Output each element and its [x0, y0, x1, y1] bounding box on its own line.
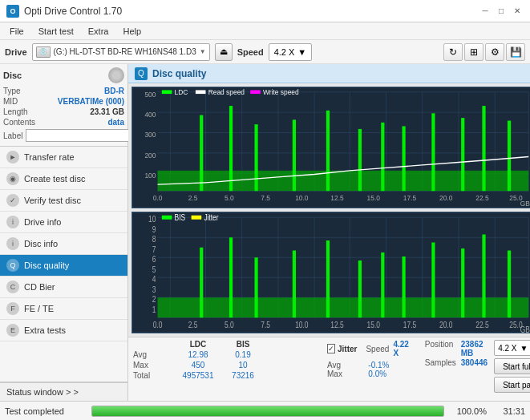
app-icon: O — [6, 5, 19, 18]
menu-start-test[interactable]: Start test — [32, 25, 80, 38]
extra-tests-label: Extra tests — [24, 325, 66, 335]
sidebar-item-disc-quality[interactable]: Q Disc quality — [0, 255, 127, 277]
minimize-button[interactable]: ─ — [479, 5, 492, 18]
svg-rect-20 — [229, 106, 233, 191]
ldc-chart: 500 400 300 200 100 18X 16X 14X 12X 10X … — [131, 87, 530, 208]
time-text: 31:31 — [493, 406, 525, 416]
jitter-avg-value: -0.1% — [368, 361, 411, 370]
bis-max: 10 — [223, 361, 263, 370]
menu-file[interactable]: File — [3, 25, 30, 38]
transfer-rate-icon: ► — [6, 151, 19, 164]
svg-text:12.5: 12.5 — [330, 193, 343, 201]
sidebar-item-extra-tests[interactable]: E Extra tests — [0, 320, 127, 341]
drive-dropdown-arrow: ▼ — [200, 48, 206, 55]
drive-select-text: (G:) HL-DT-ST BD-RE WH16NS48 1.D3 — [54, 47, 196, 56]
bis-chart: 10 9 8 7 6 5 4 3 2 1 10% 8% 6% 4% 2% — [131, 212, 530, 333]
close-button[interactable]: ✕ — [511, 5, 524, 18]
svg-text:12.5: 12.5 — [330, 321, 343, 329]
save-button[interactable]: 💾 — [506, 43, 525, 61]
stats-headers: LDC BIS — [133, 340, 316, 349]
svg-text:15.0: 15.0 — [367, 321, 380, 329]
drive-icon: 💿 — [36, 46, 51, 58]
verify-test-disc-label: Verify test disc — [24, 196, 81, 205]
maximize-button[interactable]: □ — [495, 5, 508, 18]
jitter-avg-label: Avg — [327, 361, 363, 370]
stats-bar: LDC BIS Avg 12.98 0.19 Max 450 10 Total — [128, 337, 530, 401]
sidebar-item-verify-test-disc[interactable]: ✓ Verify test disc — [0, 190, 127, 212]
disc-label-input[interactable] — [26, 129, 129, 142]
menu-help[interactable]: Help — [116, 25, 148, 38]
disc-type-value: BD-R — [104, 87, 124, 95]
empty-col — [133, 340, 173, 349]
progress-text: 100.0% — [451, 406, 487, 416]
transfer-rate-label: Transfer rate — [24, 152, 75, 162]
status-text: Test completed — [5, 406, 85, 416]
refresh-button[interactable]: ↻ — [443, 43, 463, 61]
svg-rect-29 — [482, 106, 485, 191]
speed-dropdown[interactable]: 4.2 X ▼ — [494, 340, 530, 356]
start-part-button[interactable]: Start part — [494, 377, 530, 393]
bis-chart-svg: 10 9 8 7 6 5 4 3 2 1 10% 8% 6% 4% 2% — [132, 212, 530, 333]
disc-contents-value: data — [107, 118, 124, 127]
fe-te-label: FE / TE — [24, 304, 54, 313]
action-buttons: 4.2 X ▼ Start full Start part — [494, 340, 530, 393]
status-window-btn[interactable]: Status window > > — [0, 382, 127, 401]
jitter-checkbox[interactable]: ✓ — [327, 344, 335, 353]
disc-type-row: Type BD-R — [3, 87, 124, 95]
drive-info-label: Drive info — [24, 217, 61, 227]
svg-text:1: 1 — [152, 305, 156, 314]
svg-rect-18 — [158, 171, 529, 191]
sidebar-item-fe-te[interactable]: F FE / TE — [0, 298, 127, 320]
svg-text:22.5: 22.5 — [475, 321, 488, 329]
sidebar-item-drive-info[interactable]: i Drive info — [0, 212, 127, 233]
svg-rect-25 — [381, 123, 384, 191]
disc-label-label: Label — [3, 131, 22, 140]
svg-rect-86 — [326, 240, 330, 317]
settings-button[interactable]: ⚙ — [485, 43, 504, 61]
statusbar: Test completed 100.0% 31:31 — [0, 401, 530, 420]
eject-icon[interactable]: ⏏ — [215, 43, 233, 61]
svg-rect-83 — [229, 237, 233, 317]
sidebar-item-disc-info[interactable]: i Disc info — [0, 233, 127, 255]
fe-te-icon: F — [6, 302, 19, 315]
speed-select[interactable]: 4.2 X ▼ — [269, 43, 313, 61]
jitter-stats: Avg -0.1% Max 0.0% — [327, 361, 411, 378]
titlebar-title: Opti Drive Control 1.70 — [24, 6, 122, 17]
svg-text:Jitter: Jitter — [204, 213, 218, 222]
svg-text:300: 300 — [144, 131, 156, 139]
disc-quality-icon: Q — [6, 259, 19, 272]
svg-text:17.5: 17.5 — [403, 321, 416, 329]
sidebar-item-cd-bier[interactable]: C CD Bier — [0, 277, 127, 298]
svg-text:0.0: 0.0 — [153, 321, 163, 329]
disc-type-label: Type — [3, 87, 21, 95]
stats-total-row: Total 4957531 73216 — [133, 371, 316, 380]
start-full-button[interactable]: Start full — [494, 358, 530, 374]
svg-text:Write speed: Write speed — [263, 88, 299, 96]
position-label: Position — [425, 340, 456, 357]
menu-extra[interactable]: Extra — [82, 25, 115, 38]
svg-text:2.5: 2.5 — [188, 321, 198, 329]
position-value: 23862 MB — [461, 340, 488, 357]
svg-text:GB: GB — [520, 199, 530, 207]
svg-text:22.5: 22.5 — [475, 193, 488, 201]
ldc-max: 450 — [178, 361, 218, 370]
disc-length-value: 23.31 GB — [90, 107, 124, 116]
drive-select[interactable]: 💿 (G:) HL-DT-ST BD-RE WH16NS48 1.D3 ▼ — [32, 43, 210, 61]
svg-rect-87 — [358, 260, 362, 317]
jitter-max-value: 0.0% — [368, 370, 411, 378]
sidebar-item-transfer-rate[interactable]: ► Transfer rate — [0, 147, 127, 168]
titlebar-left: O Opti Drive Control 1.70 — [6, 5, 122, 18]
svg-text:5: 5 — [152, 265, 156, 274]
samples-label: Samples — [425, 358, 456, 367]
svg-text:20.0: 20.0 — [439, 321, 452, 329]
svg-rect-21 — [254, 124, 257, 191]
svg-text:400: 400 — [144, 111, 156, 119]
ldc-total: 4957531 — [178, 371, 218, 380]
ldc-avg: 12.98 — [178, 350, 218, 359]
disc-panel-label: Disc — [3, 71, 22, 80]
sidebar-item-create-test-disc[interactable]: ◉ Create test disc — [0, 168, 127, 190]
compare-button[interactable]: ⊞ — [464, 43, 483, 61]
svg-rect-84 — [254, 257, 257, 317]
drive-label: Drive — [5, 47, 27, 57]
disc-mid-row: MID VERBATIMe (000) — [3, 97, 124, 106]
